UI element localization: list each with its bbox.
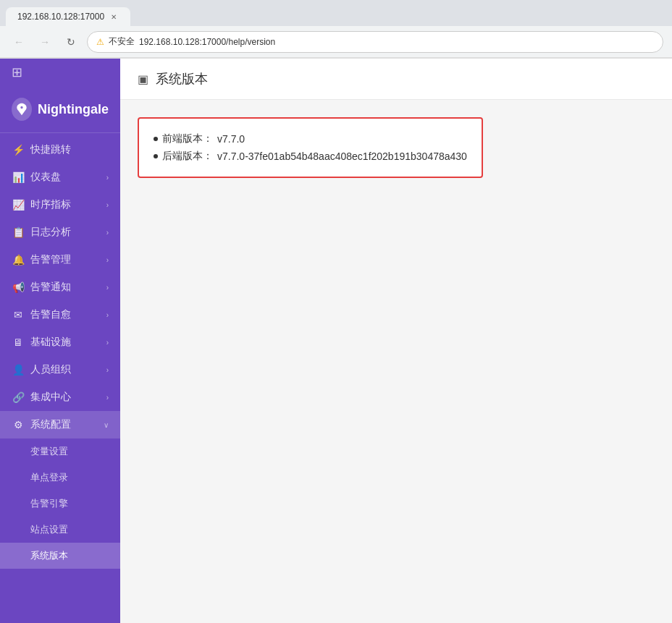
dashboard-icon: 📊 <box>12 171 25 183</box>
quick-jump-icon: ⚡ <box>12 144 25 156</box>
content-header-icon: ▣ <box>138 72 148 86</box>
alert-self-label: 告警自愈 <box>30 308 71 321</box>
reload-button[interactable]: ↻ <box>61 32 81 52</box>
grid-icon[interactable]: ⊞ <box>12 64 22 80</box>
org-arrow: › <box>106 366 109 374</box>
alert-manage-label: 告警管理 <box>30 253 71 266</box>
sidebar-item-log-analysis[interactable]: 📋 日志分析 › <box>0 219 120 246</box>
alert-notify-label: 告警通知 <box>30 281 71 294</box>
variable-settings-label: 变量设置 <box>30 445 68 458</box>
quick-jump-label: 快捷跳转 <box>30 143 71 156</box>
logo-icon <box>12 98 32 121</box>
sso-label: 单点登录 <box>30 471 68 484</box>
browser-tab[interactable]: 192.168.10.128:17000 ✕ <box>6 7 130 26</box>
sidebar-logo: Nightingale <box>0 83 120 133</box>
time-series-arrow: › <box>106 201 109 209</box>
sidebar-item-org[interactable]: 👤 人员组织 › <box>0 356 120 383</box>
log-analysis-label: 日志分析 <box>30 226 71 239</box>
sidebar-item-infrastructure[interactable]: 🖥 基础设施 › <box>0 329 120 356</box>
time-series-icon: 📈 <box>12 199 25 211</box>
content-body: 前端版本： v7.7.0 后端版本： v7.7.0-37fe01ab54b48a… <box>120 100 672 195</box>
alert-self-arrow: › <box>106 311 109 319</box>
browser-toolbar: ← → ↻ ⚠ 不安全 192.168.10.128:17000/help/ve… <box>0 26 672 58</box>
sidebar-submenu-system-version[interactable]: 系统版本 <box>0 543 120 569</box>
dashboard-label: 仪表盘 <box>30 171 61 184</box>
sidebar-submenu-sso[interactable]: 单点登录 <box>0 465 120 491</box>
sidebar-submenu-variable-settings[interactable]: 变量设置 <box>0 438 120 465</box>
forward-button[interactable]: → <box>35 32 55 52</box>
integration-label: 集成中心 <box>30 391 71 404</box>
integration-icon: 🔗 <box>12 391 25 403</box>
infrastructure-icon: 🖥 <box>12 336 25 348</box>
sidebar: ⊞ Nightingale ⚡ 快捷跳转 📊 仪表盘 › <box>0 59 120 623</box>
frontend-label: 前端版本： <box>162 132 213 145</box>
sidebar-item-system-config[interactable]: ⚙ 系统配置 ∨ <box>0 411 120 438</box>
back-button[interactable]: ← <box>9 32 29 52</box>
backend-value: v7.7.0-37fe01ab54b48aac408ec1f202b191b30… <box>217 151 467 162</box>
log-analysis-icon: 📋 <box>12 226 25 238</box>
time-series-label: 时序指标 <box>30 198 71 211</box>
nightingale-logo-svg <box>14 102 29 116</box>
sidebar-submenu-site-settings[interactable]: 站点设置 <box>0 517 120 543</box>
alert-manage-icon: 🔔 <box>12 254 25 266</box>
infrastructure-label: 基础设施 <box>30 336 71 349</box>
sidebar-item-alert-self[interactable]: ✉ 告警自愈 › <box>0 301 120 329</box>
org-icon: 👤 <box>12 364 25 376</box>
frontend-value: v7.7.0 <box>217 133 245 145</box>
alert-notify-icon: 📢 <box>12 281 25 293</box>
main-content: ▣ 系统版本 前端版本： v7.7.0 后端版本： v7.7.0-37fe01a… <box>120 59 672 623</box>
page-title: 系统版本 <box>156 70 208 88</box>
tab-title: 192.168.10.128:17000 <box>17 12 104 22</box>
alert-self-icon: ✉ <box>12 309 25 321</box>
browser-chrome: 192.168.10.128:17000 ✕ ← → ↻ ⚠ 不安全 192.1… <box>0 0 672 59</box>
security-warning-icon: ⚠ <box>96 37 104 47</box>
backend-label: 后端版本： <box>162 150 213 163</box>
alert-engine-label: 告警引擎 <box>30 497 68 510</box>
content-header: ▣ 系统版本 <box>120 59 672 100</box>
backend-version-item: 后端版本： v7.7.0-37fe01ab54b48aac408ec1f202b… <box>154 148 467 165</box>
system-config-arrow: ∨ <box>104 421 109 429</box>
log-analysis-arrow: › <box>106 229 109 237</box>
sidebar-item-alert-manage[interactable]: 🔔 告警管理 › <box>0 246 120 274</box>
sidebar-item-dashboard[interactable]: 📊 仪表盘 › <box>0 164 120 191</box>
frontend-version-item: 前端版本： v7.7.0 <box>154 130 467 148</box>
frontend-bullet <box>154 137 158 141</box>
sidebar-item-integration[interactable]: 🔗 集成中心 › <box>0 383 120 411</box>
backend-bullet <box>154 154 158 158</box>
tab-close-icon[interactable]: ✕ <box>109 12 119 22</box>
alert-manage-arrow: › <box>106 256 109 264</box>
infrastructure-arrow: › <box>106 339 109 347</box>
sidebar-item-time-series[interactable]: 📈 时序指标 › <box>0 191 120 219</box>
sidebar-item-quick-jump[interactable]: ⚡ 快捷跳转 <box>0 136 120 164</box>
security-label: 不安全 <box>109 35 135 48</box>
browser-tabs: 192.168.10.128:17000 ✕ <box>0 0 672 26</box>
site-settings-label: 站点设置 <box>30 523 68 536</box>
alert-notify-arrow: › <box>106 284 109 292</box>
version-box: 前端版本： v7.7.0 后端版本： v7.7.0-37fe01ab54b48a… <box>138 117 483 178</box>
address-bar[interactable]: ⚠ 不安全 192.168.10.128:17000/help/version <box>87 31 663 53</box>
org-label: 人员组织 <box>30 363 71 376</box>
system-config-label: 系统配置 <box>30 418 71 431</box>
system-config-icon: ⚙ <box>12 419 25 431</box>
dashboard-arrow: › <box>106 174 109 182</box>
logo-text: Nightingale <box>38 102 109 117</box>
sidebar-item-alert-notify[interactable]: 📢 告警通知 › <box>0 274 120 301</box>
sidebar-submenu-alert-engine[interactable]: 告警引擎 <box>0 491 120 517</box>
url-text: 192.168.10.128:17000/help/version <box>139 37 275 47</box>
app-wrapper: ⊞ Nightingale ⚡ 快捷跳转 📊 仪表盘 › <box>0 59 672 623</box>
system-version-label: 系统版本 <box>30 549 68 562</box>
integration-arrow: › <box>106 394 109 402</box>
